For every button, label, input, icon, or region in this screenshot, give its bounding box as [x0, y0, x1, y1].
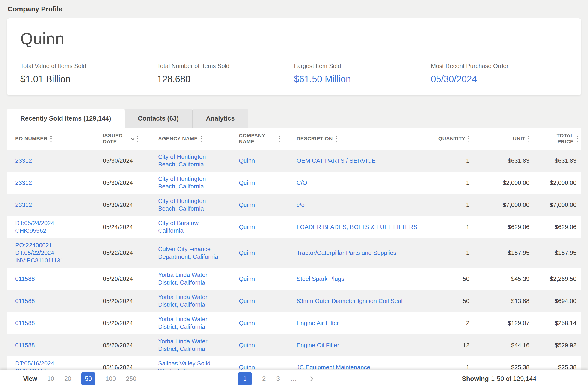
description-link[interactable]: C/O	[297, 179, 307, 187]
po-link[interactable]: 011588	[15, 319, 95, 327]
po-link[interactable]: PO:22400021	[15, 242, 95, 249]
column-menu-icon[interactable]	[137, 136, 138, 142]
column-menu-icon[interactable]	[51, 136, 52, 142]
agency-link[interactable]: City of Huntington Beach, California	[158, 153, 219, 168]
total-price-cell: $2,000.00	[533, 172, 581, 194]
po-number-cell: 23312	[7, 194, 95, 216]
column-header-quantity[interactable]: Quantity	[417, 128, 473, 149]
description-cell: LOADER BLADES, BOLTS & FUEL FILTERS	[288, 216, 417, 238]
description-cell: Engine Oil Filter	[288, 334, 417, 356]
column-header-company-name[interactable]: Company Name	[230, 128, 288, 149]
tab-analytics[interactable]: Analytics	[192, 109, 248, 128]
stat-value-link[interactable]: $61.50 Million	[294, 73, 431, 85]
company-link[interactable]: Quinn	[239, 157, 255, 165]
page-size-50[interactable]: 50	[81, 372, 95, 386]
po-link[interactable]: CHK:95562	[15, 227, 95, 235]
po-number-cell: DT:05/24/2024CHK:95562	[7, 216, 95, 238]
tab-recently-sold-items-129-144[interactable]: Recently Sold Items (129,144)	[7, 109, 125, 128]
column-header-po-number[interactable]: PO Number	[7, 128, 95, 149]
po-link[interactable]: 23312	[15, 157, 95, 165]
page-2[interactable]: 2	[262, 375, 266, 383]
page-ellipsis[interactable]: ...	[291, 375, 297, 383]
company-link[interactable]: Quinn	[239, 223, 255, 231]
po-link[interactable]: INV:PC811011131…	[15, 257, 95, 264]
description-link[interactable]: Engine Oil Filter	[297, 341, 339, 349]
description-link[interactable]: Tractor/Caterpillar Parts and Supplies	[297, 249, 396, 257]
quantity-cell: 1	[417, 216, 473, 238]
company-link[interactable]: Quinn	[239, 179, 255, 187]
page-1[interactable]: 1	[238, 372, 252, 386]
description-link[interactable]: Steel Spark Plugs	[297, 275, 344, 283]
tab-contacts-63[interactable]: Contacts (63)	[125, 109, 192, 128]
issued-date-cell: 05/22/2024	[95, 238, 150, 268]
po-link[interactable]: 23312	[15, 201, 95, 209]
unit-price-cell: $629.06	[473, 216, 533, 238]
description-link[interactable]: c/o	[297, 201, 305, 209]
total-price-cell: $7,000.00	[533, 194, 581, 216]
total-price-cell: $631.83	[533, 149, 581, 172]
company-summary-card: Quinn Total Value of Items Sold$1.01 Bil…	[7, 18, 581, 95]
agency-link[interactable]: City of Barstow, California	[158, 219, 219, 235]
stat-label: Largest Item Sold	[294, 62, 431, 70]
agency-link[interactable]: Yorba Linda Water District, California	[158, 338, 219, 353]
stat-most-recent-purchase-order: Most Recent Purchase Order05/30/2024	[431, 62, 568, 85]
table-row: 2331205/30/2024City of Huntington Beach,…	[7, 149, 581, 172]
agency-link[interactable]: Yorba Linda Water District, California	[158, 293, 219, 309]
tab-bar: Recently Sold Items (129,144)Contacts (6…	[7, 109, 581, 128]
po-link[interactable]: DT:05/24/2024	[15, 219, 95, 227]
column-menu-icon[interactable]	[201, 136, 202, 142]
quantity-cell: 1	[417, 238, 473, 268]
po-link[interactable]: 011588	[15, 297, 95, 305]
company-link[interactable]: Quinn	[239, 275, 255, 283]
page-size-20[interactable]: 20	[64, 375, 71, 383]
company-name-cell: Quinn	[230, 290, 288, 312]
column-label: Quantity	[438, 136, 465, 142]
po-link[interactable]: DT:05/22/2024	[15, 249, 95, 257]
description-link[interactable]: LOADER BLADES, BOLTS & FUEL FILTERS	[297, 223, 417, 231]
company-link[interactable]: Quinn	[239, 249, 255, 257]
page-size-10[interactable]: 10	[47, 375, 54, 383]
po-link[interactable]: 23312	[15, 179, 95, 187]
column-header-unit[interactable]: Unit	[473, 128, 533, 149]
agency-name-cell: Yorba Linda Water District, California	[150, 268, 230, 290]
column-menu-icon[interactable]	[279, 136, 280, 142]
agency-link[interactable]: City of Huntington Beach, California	[158, 197, 219, 212]
chevron-right-icon[interactable]	[308, 376, 313, 381]
agency-name-cell: Yorba Linda Water District, California	[150, 334, 230, 356]
agency-link[interactable]: City of Huntington Beach, California	[158, 175, 219, 190]
po-link[interactable]: 011588	[15, 275, 95, 283]
agency-link[interactable]: Yorba Linda Water District, California	[158, 315, 219, 331]
unit-price-cell: $13.88	[473, 290, 533, 312]
company-link[interactable]: Quinn	[239, 201, 255, 209]
po-number-cell: 011588	[7, 312, 95, 334]
column-header-agency-name[interactable]: Agency Name	[150, 128, 230, 149]
agency-link[interactable]: Culver City Finance Department, Californ…	[158, 245, 219, 261]
results-panel: Recently Sold Items (129,144)Contacts (6…	[7, 109, 581, 378]
column-menu-icon[interactable]	[577, 136, 578, 142]
page-size-100[interactable]: 100	[105, 375, 116, 383]
agency-link[interactable]: Yorba Linda Water District, California	[158, 271, 219, 286]
page-3[interactable]: 3	[277, 375, 280, 383]
description-link[interactable]: Engine Air Filter	[297, 319, 339, 327]
description-link[interactable]: OEM CAT PARTS / SERVICE	[297, 157, 376, 165]
column-header-description[interactable]: Description	[288, 128, 417, 149]
stat-value-link[interactable]: 05/30/2024	[431, 73, 568, 85]
column-header-issued-date[interactable]: Issued Date	[95, 128, 150, 149]
column-header-total-price[interactable]: Total Price	[533, 128, 581, 149]
column-menu-icon[interactable]	[468, 136, 469, 142]
company-link[interactable]: Quinn	[239, 319, 255, 327]
unit-price-cell: $2,000.00	[473, 172, 533, 194]
description-cell: Steel Spark Plugs	[288, 268, 417, 290]
sort-chevron-down-icon[interactable]	[130, 136, 135, 140]
description-link[interactable]: 63mm Outer Diameter Ignition Coil Seal	[297, 297, 403, 305]
po-number-cell: 011588	[7, 334, 95, 356]
company-link[interactable]: Quinn	[239, 341, 255, 349]
column-menu-icon[interactable]	[336, 136, 337, 142]
company-link[interactable]: Quinn	[239, 297, 255, 305]
po-link[interactable]: 011588	[15, 341, 95, 349]
po-link[interactable]: DT:05/16/2024	[15, 360, 95, 367]
issued-date-cell: 05/30/2024	[95, 149, 150, 172]
column-menu-icon[interactable]	[528, 136, 529, 142]
agency-name-cell: City of Huntington Beach, California	[150, 172, 230, 194]
page-size-250[interactable]: 250	[126, 375, 136, 383]
